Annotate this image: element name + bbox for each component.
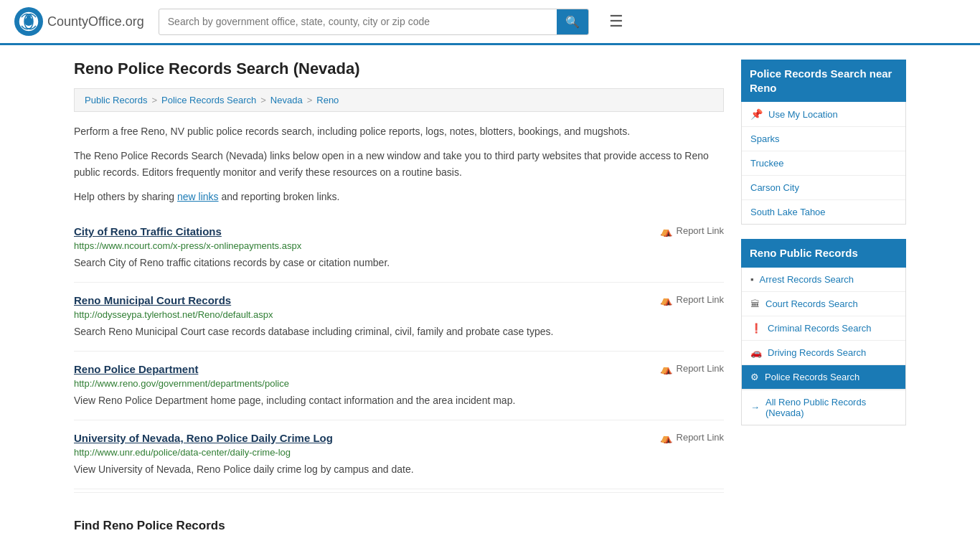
content-area: Reno Police Records Search (Nevada) Publ… bbox=[74, 60, 724, 533]
sidebar-location-carson-city[interactable]: Carson City bbox=[742, 176, 905, 200]
breadcrumb-reno[interactable]: Reno bbox=[316, 95, 339, 105]
record-header: City of Reno Traffic Citations ⛺ Report … bbox=[74, 225, 724, 237]
record-item: University of Nevada, Reno Police Daily … bbox=[74, 420, 724, 489]
use-my-location[interactable]: 📌 Use My Location bbox=[742, 102, 905, 127]
hamburger-icon: ☰ bbox=[609, 12, 623, 30]
logo-label: CountyOffice.org bbox=[47, 14, 144, 29]
public-records-section: Reno Public Records ▪ Arrest Records Sea… bbox=[741, 239, 906, 425]
site-header: CountyOffice.org 🔍 ☰ bbox=[0, 0, 980, 45]
sidebar-item-arrest-records[interactable]: ▪ Arrest Records Search bbox=[742, 268, 905, 292]
record-url[interactable]: http://www.unr.edu/police/data-center/da… bbox=[74, 447, 724, 458]
sidebar-item-label: Criminal Records Search bbox=[768, 323, 872, 334]
nearby-section: Police Records Search near Reno 📌 Use My… bbox=[741, 60, 906, 225]
sidebar-location-south-lake-tahoe[interactable]: South Lake Tahoe bbox=[742, 200, 905, 224]
record-item: City of Reno Traffic Citations ⛺ Report … bbox=[74, 214, 724, 283]
breadcrumb: Public Records > Police Records Search >… bbox=[74, 88, 724, 112]
report-link-button[interactable]: ⛺ Report Link bbox=[660, 432, 724, 443]
sidebar-item-label: Driving Records Search bbox=[768, 347, 866, 358]
menu-button[interactable]: ☰ bbox=[603, 9, 629, 34]
new-links-link[interactable]: new links bbox=[177, 191, 219, 202]
court-icon: 🏛 bbox=[750, 298, 760, 309]
report-label: Report Link bbox=[677, 432, 724, 443]
description-1: Perform a free Reno, NV public police re… bbox=[74, 123, 724, 139]
records-list: City of Reno Traffic Citations ⛺ Report … bbox=[74, 214, 724, 489]
sidebar-item-criminal-records[interactable]: ❗ Criminal Records Search bbox=[742, 316, 905, 341]
breadcrumb-sep-3: > bbox=[307, 95, 313, 105]
sidebar-item-label: Arrest Records Search bbox=[760, 274, 854, 285]
record-url[interactable]: https://www.ncourt.com/x-press/x-onlinep… bbox=[74, 240, 724, 251]
report-link-button[interactable]: ⛺ Report Link bbox=[660, 363, 724, 375]
report-link-button[interactable]: ⛺ Report Link bbox=[660, 225, 724, 237]
report-label: Report Link bbox=[677, 294, 724, 305]
use-my-location-label: Use My Location bbox=[768, 109, 838, 120]
arrow-icon: → bbox=[750, 402, 760, 413]
location-pin-icon: 📌 bbox=[750, 108, 763, 120]
record-title-police-dept[interactable]: Reno Police Department bbox=[74, 363, 198, 375]
report-link-button[interactable]: ⛺ Report Link bbox=[660, 294, 724, 306]
main-container: Reno Police Records Search (Nevada) Publ… bbox=[60, 45, 920, 547]
report-label: Report Link bbox=[677, 363, 724, 374]
breadcrumb-sep-1: > bbox=[151, 95, 157, 105]
sidebar-location-sparks[interactable]: Sparks bbox=[742, 127, 905, 151]
report-label: Report Link bbox=[677, 225, 724, 236]
record-item: Reno Municipal Court Records ⛺ Report Li… bbox=[74, 283, 724, 352]
breadcrumb-police-records-search[interactable]: Police Records Search bbox=[161, 95, 256, 105]
record-title-unr-crime-log[interactable]: University of Nevada, Reno Police Daily … bbox=[74, 432, 333, 444]
criminal-icon: ❗ bbox=[750, 323, 762, 334]
logo-icon bbox=[14, 7, 43, 36]
record-item: Reno Police Department ⛺ Report Link htt… bbox=[74, 352, 724, 420]
description-2: The Reno Police Records Search (Nevada) … bbox=[74, 148, 724, 180]
record-header: University of Nevada, Reno Police Daily … bbox=[74, 432, 724, 444]
record-desc: View University of Nevada, Reno Police d… bbox=[74, 462, 724, 477]
search-icon: 🔍 bbox=[565, 16, 580, 28]
search-button[interactable]: 🔍 bbox=[557, 9, 588, 34]
sidebar: Police Records Search near Reno 📌 Use My… bbox=[741, 60, 906, 533]
sidebar-location-truckee[interactable]: Truckee bbox=[742, 151, 905, 176]
record-header: Reno Police Department ⛺ Report Link bbox=[74, 363, 724, 375]
svg-point-2 bbox=[27, 15, 31, 19]
report-icon: ⛺ bbox=[660, 363, 672, 375]
sidebar-item-court-records[interactable]: 🏛 Court Records Search bbox=[742, 292, 905, 316]
search-input[interactable] bbox=[159, 10, 557, 33]
record-title-city-reno-traffic[interactable]: City of Reno Traffic Citations bbox=[74, 225, 222, 237]
sidebar-item-driving-records[interactable]: 🚗 Driving Records Search bbox=[742, 341, 905, 365]
desc3-post: and reporting broken links. bbox=[219, 191, 340, 202]
desc3-pre: Help others by sharing bbox=[74, 191, 177, 202]
sidebar-item-police-records[interactable]: ⚙ Police Records Search bbox=[742, 365, 905, 390]
police-icon: ⚙ bbox=[750, 372, 759, 382]
record-url[interactable]: http://www.reno.gov/government/departmen… bbox=[74, 378, 724, 389]
search-bar: 🔍 bbox=[159, 9, 589, 35]
site-logo[interactable]: CountyOffice.org bbox=[14, 7, 144, 36]
breadcrumb-public-records[interactable]: Public Records bbox=[85, 95, 147, 105]
description-3: Help others by sharing new links and rep… bbox=[74, 189, 724, 204]
record-url[interactable]: http://odysseypa.tylerhost.net/Reno/defa… bbox=[74, 309, 724, 320]
report-icon: ⛺ bbox=[660, 294, 672, 306]
record-desc: Search Reno Municipal Court case records… bbox=[74, 324, 724, 339]
breadcrumb-sep-2: > bbox=[260, 95, 266, 105]
find-section: Find Reno Police Records bbox=[74, 492, 724, 533]
sidebar-item-all-records[interactable]: → All Reno Public Records (Nevada) bbox=[742, 390, 905, 425]
public-records-body: ▪ Arrest Records Search 🏛 Court Records … bbox=[741, 268, 906, 425]
record-desc: Search City of Reno traffic citations re… bbox=[74, 255, 724, 270]
sidebar-item-label: Police Records Search bbox=[765, 372, 859, 382]
find-section-title: Find Reno Police Records bbox=[74, 519, 724, 533]
record-title-municipal-court[interactable]: Reno Municipal Court Records bbox=[74, 294, 231, 306]
record-header: Reno Municipal Court Records ⛺ Report Li… bbox=[74, 294, 724, 306]
sidebar-item-label: All Reno Public Records (Nevada) bbox=[765, 397, 897, 418]
nearby-body: 📌 Use My Location Sparks Truckee Carson … bbox=[741, 102, 906, 225]
report-icon: ⛺ bbox=[660, 432, 672, 443]
report-icon: ⛺ bbox=[660, 225, 672, 237]
breadcrumb-nevada[interactable]: Nevada bbox=[270, 95, 303, 105]
page-title: Reno Police Records Search (Nevada) bbox=[74, 60, 724, 78]
nearby-title: Police Records Search near Reno bbox=[741, 60, 906, 102]
sidebar-item-label: Court Records Search bbox=[765, 298, 858, 309]
record-desc: View Reno Police Department home page, i… bbox=[74, 393, 724, 408]
arrest-icon: ▪ bbox=[750, 274, 754, 285]
driving-icon: 🚗 bbox=[750, 347, 762, 358]
public-records-title: Reno Public Records bbox=[741, 239, 906, 268]
